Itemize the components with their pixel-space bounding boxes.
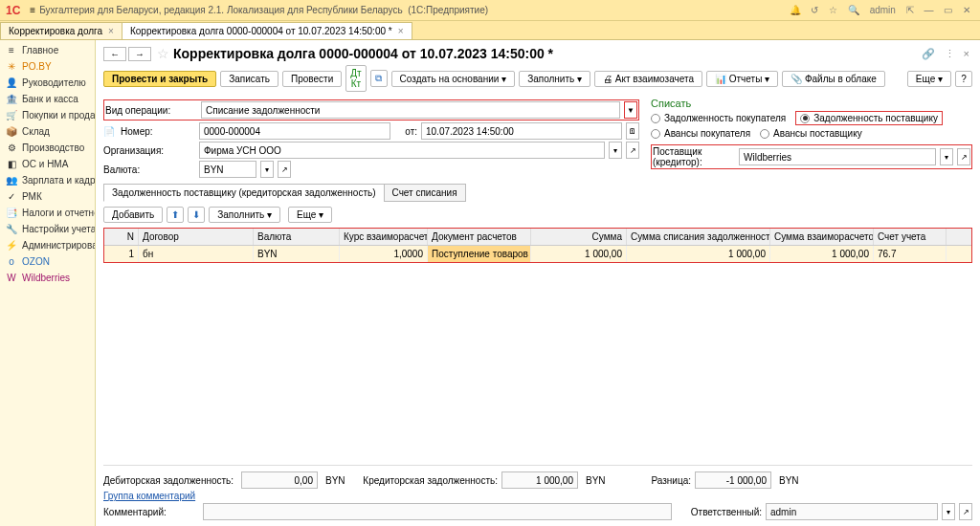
supplier-input[interactable]: Wildberries (739, 148, 936, 165)
structure-button[interactable]: ⧉ (370, 70, 388, 87)
sidebar-item-main[interactable]: ≡Главное (0, 42, 95, 58)
close-icon[interactable]: × (398, 26, 404, 36)
chevron-down-icon[interactable]: ▾ (260, 161, 274, 178)
maximize-icon[interactable]: ▭ (944, 5, 952, 15)
col-nu[interactable]: Сумма списания задолженности (НУ) (627, 229, 770, 245)
chevron-down-icon[interactable]: ▾ (940, 148, 953, 165)
grid-more-button[interactable]: Еще ▾ (288, 207, 332, 223)
comment-input[interactable] (203, 503, 672, 520)
write-button[interactable]: Записать (220, 71, 278, 87)
close-icon[interactable]: ✕ (963, 5, 970, 15)
sidebar-item-tax[interactable]: 📑Налоги и отчетность (0, 205, 95, 221)
date-input[interactable]: 10.07.2023 14:50:00 (421, 122, 622, 140)
col-account[interactable]: Счет учета (874, 229, 947, 245)
open-icon[interactable]: ↗ (626, 142, 639, 159)
favorite-icon[interactable]: ☆ (157, 46, 169, 61)
bell-icon[interactable]: 🔔 (790, 5, 801, 15)
sidebar-item-hr[interactable]: 👥Зарплата и кадры (0, 172, 95, 188)
nav-back-button[interactable]: ← (103, 47, 126, 61)
col-doc[interactable]: Документ расчетов (428, 229, 531, 245)
sidebar-item-rmk[interactable]: ✓РМК (0, 188, 95, 205)
close-icon[interactable]: × (108, 26, 114, 36)
radio-buyer-debt[interactable]: Задолженность покупателя (651, 111, 786, 125)
open-icon[interactable]: ↗ (957, 148, 970, 165)
sidebar-item-stock[interactable]: 📦Склад (0, 123, 95, 140)
close-icon[interactable]: × (964, 48, 969, 59)
radio-supplier-adv[interactable]: Авансы поставщику (760, 128, 862, 139)
menu-icon[interactable]: ⋮ (945, 48, 955, 59)
cloud-files-button[interactable]: 📎 Файлы в облаке (782, 71, 885, 87)
sidebar-item-assets[interactable]: ◧ОС и НМА (0, 156, 95, 172)
cell-n[interactable]: 1 (104, 246, 139, 262)
search-icon[interactable]: 🔍 (848, 5, 859, 15)
cell-sum[interactable]: 1 000,00 (531, 246, 627, 262)
optype-input[interactable]: Списание задолженности (201, 101, 620, 119)
currency-input[interactable]: BYN (199, 161, 256, 178)
open-icon[interactable]: ↗ (959, 503, 972, 520)
reports-button[interactable]: 📊 Отчеты ▾ (706, 71, 778, 87)
help-button[interactable]: ? (955, 71, 972, 87)
cell-doc[interactable]: Поступление товаров и у... (428, 246, 531, 262)
calendar-icon[interactable]: 🗓 (626, 122, 639, 140)
sidebar-item-admin[interactable]: ⚡Администрирование (0, 237, 95, 253)
diff-label: Разница: (614, 475, 691, 486)
fill-button[interactable]: Заполнить ▾ (519, 71, 590, 87)
sidebar-item-sales[interactable]: 🛒Покупки и продажи (0, 107, 95, 123)
grid-row[interactable]: 1 бн BYN 1,0000 Поступление товаров и у.… (104, 246, 971, 262)
offset-act-button[interactable]: 🖨 Акт взаимозачета (594, 71, 702, 87)
chevron-down-icon[interactable]: ▾ (609, 142, 622, 159)
cell-nu[interactable]: 1 000,00 (627, 246, 770, 262)
group-comment-link[interactable]: Группа комментарий (103, 491, 195, 501)
col-rate[interactable]: Курс взаиморасчетов (340, 229, 428, 245)
radio-buyer-adv[interactable]: Авансы покупателя (651, 128, 750, 139)
menu-icon[interactable]: ≡ (30, 5, 35, 15)
sidebar-item-bank[interactable]: 🏦Банк и касса (0, 91, 95, 107)
col-currency[interactable]: Валюта (254, 229, 340, 245)
cell-vz[interactable]: 1 000,00 (770, 246, 874, 262)
optype-row: Вид операции: Списание задолженности ▼ (103, 99, 639, 121)
tab-supplier-debt[interactable]: Задолженность поставщику (кредиторская з… (103, 184, 385, 202)
number-input[interactable]: 0000-000004 (199, 122, 390, 140)
tab-document[interactable]: Корректировка долга 0000-000004 от 10.07… (122, 22, 412, 39)
caps-icon[interactable]: ⇱ (906, 5, 914, 15)
responsible-input[interactable]: admin (766, 503, 938, 520)
post-close-button[interactable]: Провести и закрыть (103, 71, 216, 87)
col-vz[interactable]: Сумма взаиморасчетов (770, 229, 874, 245)
col-contract[interactable]: Договор (139, 229, 254, 245)
cell-currency[interactable]: BYN (254, 246, 340, 262)
dt-kt-button[interactable]: ДтКт (345, 65, 366, 92)
move-up-button[interactable]: ⬆ (167, 207, 184, 223)
cell-rate[interactable]: 1,0000 (340, 246, 428, 262)
sidebar-item-settings[interactable]: 🔧Настройки учета (0, 221, 95, 237)
tab-list[interactable]: Корректировка долга× (0, 22, 122, 39)
history-icon[interactable]: ↺ (811, 5, 818, 15)
post-button[interactable]: Провести (282, 71, 342, 87)
tab-writeoff-account[interactable]: Счет списания (384, 184, 466, 202)
sidebar-item-poby[interactable]: ✳PO.BY (0, 58, 95, 75)
col-sum[interactable]: Сумма (531, 229, 627, 245)
radio-supplier-debt[interactable]: Задолженность поставщику (795, 111, 943, 125)
org-input[interactable]: Фирма УСН ООО (199, 142, 605, 159)
chevron-down-icon[interactable]: ▾ (942, 503, 955, 520)
more-button[interactable]: Еще ▾ (907, 71, 951, 87)
link-icon[interactable]: 🔗 (922, 48, 935, 59)
add-button[interactable]: Добавить (103, 207, 163, 223)
wrench-icon: 🔧 (6, 224, 17, 234)
chevron-down-icon[interactable]: ▼ (624, 101, 637, 119)
cell-contract[interactable]: бн (139, 246, 254, 262)
star-icon[interactable]: ☆ (829, 5, 837, 15)
cell-account[interactable]: 76.7 (874, 246, 947, 262)
create-based-button[interactable]: Создать на основании ▾ (391, 71, 516, 87)
minimize-icon[interactable]: — (924, 5, 933, 15)
user-label[interactable]: admin (870, 5, 896, 15)
fill-grid-button[interactable]: Заполнить ▾ (209, 207, 280, 223)
sidebar-item-manager[interactable]: 👤Руководителю (0, 75, 95, 91)
sidebar-item-wb[interactable]: WWildberries (0, 270, 95, 286)
nav-fwd-button[interactable]: → (128, 47, 151, 61)
open-icon[interactable]: ↗ (278, 161, 291, 178)
sidebar-item-prod[interactable]: ⚙Производство (0, 140, 95, 156)
sidebar-item-ozon[interactable]: oOZON (0, 253, 95, 270)
debt-grid[interactable]: N Договор Валюта Курс взаиморасчетов Док… (103, 228, 972, 263)
col-n[interactable]: N (104, 229, 139, 245)
move-down-button[interactable]: ⬇ (188, 207, 205, 223)
